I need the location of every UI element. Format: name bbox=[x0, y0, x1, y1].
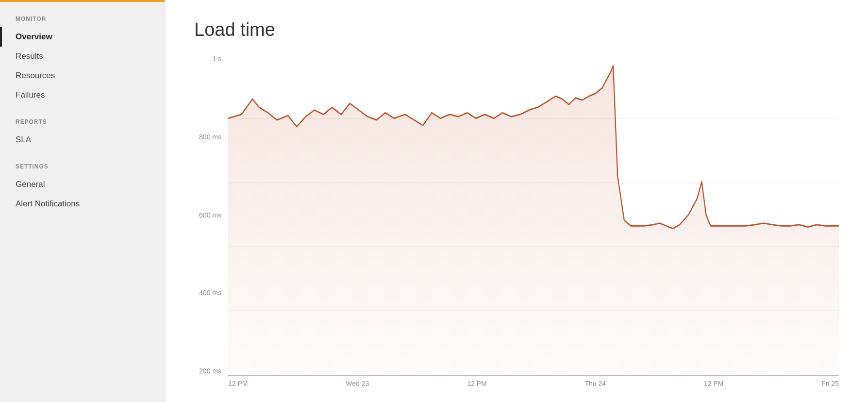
y-label-800ms: 800 ms bbox=[199, 133, 221, 141]
section-reports: REPORTS bbox=[0, 105, 165, 130]
x-axis: 12 PM Wed 23 12 PM Thu 24 12 PM Fri 25 bbox=[228, 375, 839, 392]
y-label-600ms: 600 ms bbox=[199, 211, 221, 219]
x-label-wed23: Wed 23 bbox=[346, 380, 369, 392]
sidebar-item-failures[interactable]: Failures bbox=[0, 85, 165, 105]
section-monitor: MONITOR bbox=[0, 2, 165, 27]
chart-container: 12 PM Wed 23 12 PM Thu 24 12 PM Fri 25 bbox=[228, 55, 839, 392]
x-label-12pm-3: 12 PM bbox=[704, 380, 723, 392]
sidebar: MONITOR Overview Results Resources Failu… bbox=[0, 0, 165, 402]
main-content: Load time 1 s 800 ms 600 ms 400 ms 200 m… bbox=[165, 0, 868, 402]
chart-title: Load time bbox=[194, 19, 839, 40]
sidebar-item-alert-notifications[interactable]: Alert Notifications bbox=[0, 194, 165, 214]
sidebar-item-general[interactable]: General bbox=[0, 175, 165, 194]
y-label-200ms: 200 ms bbox=[199, 367, 221, 375]
chart-svg bbox=[228, 55, 839, 375]
x-label-thu24: Thu 24 bbox=[584, 380, 606, 392]
sidebar-item-sla[interactable]: SLA bbox=[0, 130, 165, 150]
section-settings: SETTINGS bbox=[0, 150, 165, 175]
sidebar-item-label: General bbox=[16, 180, 45, 189]
chart-area: 1 s 800 ms 600 ms 400 ms 200 ms bbox=[194, 55, 839, 392]
sidebar-item-label: Results bbox=[16, 51, 43, 61]
y-label-400ms: 400 ms bbox=[199, 289, 221, 297]
x-label-fri25: Fri 25 bbox=[821, 380, 839, 392]
sidebar-item-label: SLA bbox=[16, 135, 31, 145]
sidebar-item-results[interactable]: Results bbox=[0, 47, 165, 66]
sidebar-item-label: Alert Notifications bbox=[16, 199, 80, 209]
sidebar-item-label: Overview bbox=[16, 32, 52, 42]
y-label-1s: 1 s bbox=[212, 55, 221, 63]
sidebar-item-resources[interactable]: Resources bbox=[0, 66, 165, 85]
x-label-12pm-1: 12 PM bbox=[228, 380, 248, 392]
sidebar-item-label: Failures bbox=[16, 90, 45, 100]
sidebar-item-overview[interactable]: Overview bbox=[0, 27, 165, 47]
x-label-12pm-2: 12 PM bbox=[467, 380, 486, 392]
sidebar-item-label: Resources bbox=[16, 71, 55, 81]
y-axis: 1 s 800 ms 600 ms 400 ms 200 ms bbox=[194, 55, 228, 392]
